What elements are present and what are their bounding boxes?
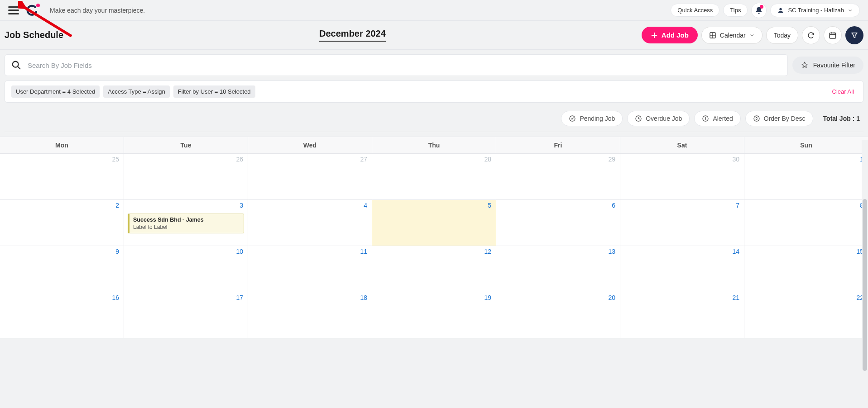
menu-button[interactable] bbox=[8, 6, 19, 14]
calendar-event[interactable]: Success Sdn Bhd - JamesLabel to Label bbox=[128, 213, 244, 233]
calendar-cell[interactable]: 7 bbox=[620, 200, 744, 246]
sort-icon bbox=[753, 115, 760, 122]
status-row: Pending Job Overdue Job Alerted Order By… bbox=[5, 111, 863, 132]
tips-button[interactable]: Tips bbox=[723, 4, 748, 17]
calendar-date: 12 bbox=[484, 248, 491, 255]
calendar-cell[interactable]: 21 bbox=[620, 292, 744, 338]
notifications-button[interactable] bbox=[751, 3, 767, 18]
calendar-body: 252627282930123Success Sdn Bhd - JamesLa… bbox=[0, 154, 868, 338]
calendar-date: 2 bbox=[115, 202, 119, 209]
svg-rect-5 bbox=[830, 33, 836, 38]
calendar-date: 7 bbox=[736, 202, 739, 209]
calendar-cell[interactable]: 28 bbox=[372, 154, 496, 199]
filter-chip-user-department[interactable]: User Department = 4 Selected bbox=[11, 85, 100, 98]
total-job-count: Total Job : 1 bbox=[821, 111, 862, 126]
calendar-cell[interactable]: 12 bbox=[372, 246, 496, 292]
calendar-icon bbox=[829, 31, 837, 39]
calendar-date: 20 bbox=[608, 294, 615, 301]
app-logo[interactable] bbox=[26, 5, 38, 16]
logo-notification-dot bbox=[36, 4, 40, 7]
calendar-cell[interactable]: 9 bbox=[0, 246, 124, 292]
calendar-date: 30 bbox=[732, 156, 739, 163]
svg-line-10 bbox=[18, 66, 20, 69]
calendar-header-cell: Sat bbox=[620, 137, 744, 153]
clear-all-filters-button[interactable]: Clear All bbox=[830, 86, 857, 97]
svg-point-0 bbox=[780, 8, 782, 10]
calendar-date: 9 bbox=[115, 248, 119, 255]
month-picker[interactable]: December 2024 bbox=[319, 28, 386, 42]
calendar-date: 29 bbox=[608, 156, 615, 163]
filter-chip-filter-by-user[interactable]: Filter by User = 10 Selected bbox=[173, 85, 255, 98]
overdue-job-toggle[interactable]: Overdue Job bbox=[627, 111, 690, 126]
calendar-cell[interactable]: 8 bbox=[744, 200, 868, 246]
chevron-down-icon bbox=[749, 33, 755, 38]
calendar-date: 11 bbox=[360, 248, 367, 255]
refresh-icon bbox=[807, 31, 815, 39]
calendar-cell[interactable]: 18 bbox=[248, 292, 372, 338]
subheader: Job Schedule December 2024 Add Job Calen… bbox=[0, 21, 868, 50]
user-menu[interactable]: SC Training - Hafizah bbox=[770, 4, 860, 17]
info-icon bbox=[702, 115, 709, 122]
view-mode-select[interactable]: Calendar bbox=[701, 27, 762, 44]
calendar-cell[interactable]: 16 bbox=[0, 292, 124, 338]
star-icon bbox=[801, 61, 809, 69]
filter-chip-access-type[interactable]: Access Type = Assign bbox=[103, 85, 170, 98]
date-picker-button[interactable] bbox=[824, 26, 842, 44]
topbar: Make each day your masterpiece. Quick Ac… bbox=[0, 0, 868, 21]
calendar-cell[interactable]: 25 bbox=[0, 154, 124, 199]
calendar-cell[interactable]: 2 bbox=[0, 200, 124, 246]
calendar-date: 27 bbox=[360, 156, 367, 163]
calendar-header-cell: Wed bbox=[248, 137, 372, 153]
calendar-cell[interactable]: 3Success Sdn Bhd - JamesLabel to Label bbox=[124, 200, 248, 246]
calendar-cell[interactable]: 14 bbox=[620, 246, 744, 292]
chevron-down-icon bbox=[848, 8, 853, 13]
calendar-row: 23Success Sdn Bhd - JamesLabel to Label4… bbox=[0, 200, 868, 246]
page-title: Job Schedule bbox=[5, 30, 63, 40]
calendar-cell[interactable]: 20 bbox=[496, 292, 620, 338]
calendar-cell[interactable]: 11 bbox=[248, 246, 372, 292]
calendar-date: 25 bbox=[112, 156, 119, 163]
notification-dot bbox=[760, 5, 763, 9]
calendar-cell[interactable]: 30 bbox=[620, 154, 744, 199]
calendar-cell[interactable]: 15 bbox=[744, 246, 868, 292]
calendar-cell[interactable]: 1 bbox=[744, 154, 868, 199]
add-job-button[interactable]: Add Job bbox=[642, 27, 698, 43]
calendar-date: 4 bbox=[364, 202, 367, 209]
search-input[interactable] bbox=[28, 62, 781, 69]
calendar-cell[interactable]: 29 bbox=[496, 154, 620, 199]
alerted-toggle[interactable]: Alerted bbox=[694, 111, 740, 126]
refresh-button[interactable] bbox=[802, 26, 820, 44]
scrollbar-thumb[interactable] bbox=[863, 199, 867, 371]
calendar-date: 10 bbox=[236, 248, 243, 255]
calendar-cell[interactable]: 26 bbox=[124, 154, 248, 199]
order-by-button[interactable]: Order By Desc bbox=[745, 111, 813, 126]
calendar-cell[interactable]: 22 bbox=[744, 292, 868, 338]
filter-button[interactable] bbox=[845, 26, 863, 44]
favourite-filter-button[interactable]: Favourite Filter bbox=[792, 57, 863, 74]
today-button[interactable]: Today bbox=[766, 27, 798, 44]
user-icon bbox=[777, 7, 784, 14]
calendar-cell[interactable]: 6 bbox=[496, 200, 620, 246]
clock-icon bbox=[635, 115, 642, 122]
calendar-date: 18 bbox=[360, 294, 367, 301]
calendar-date: 16 bbox=[112, 294, 119, 301]
user-label: SC Training - Hafizah bbox=[788, 7, 844, 14]
calendar-cell[interactable]: 27 bbox=[248, 154, 372, 199]
calendar-row: 2526272829301 bbox=[0, 154, 868, 200]
calendar-header-cell: Tue bbox=[124, 137, 248, 153]
pending-job-toggle[interactable]: Pending Job bbox=[561, 111, 623, 126]
calendar-cell[interactable]: 17 bbox=[124, 292, 248, 338]
quick-access-button[interactable]: Quick Access bbox=[671, 4, 719, 17]
calendar-cell[interactable]: 5 bbox=[372, 200, 496, 246]
vertical-scrollbar[interactable] bbox=[862, 140, 868, 408]
calendar: MonTueWedThuFriSatSun 252627282930123Suc… bbox=[0, 137, 868, 338]
calendar-date: 5 bbox=[488, 202, 491, 209]
calendar-cell[interactable]: 13 bbox=[496, 246, 620, 292]
event-subtitle: Label to Label bbox=[133, 224, 240, 230]
calendar-cell[interactable]: 4 bbox=[248, 200, 372, 246]
calendar-header-cell: Sun bbox=[744, 137, 868, 153]
calendar-date: 19 bbox=[484, 294, 491, 301]
plus-icon bbox=[651, 32, 658, 39]
calendar-cell[interactable]: 10 bbox=[124, 246, 248, 292]
calendar-cell[interactable]: 19 bbox=[372, 292, 496, 338]
